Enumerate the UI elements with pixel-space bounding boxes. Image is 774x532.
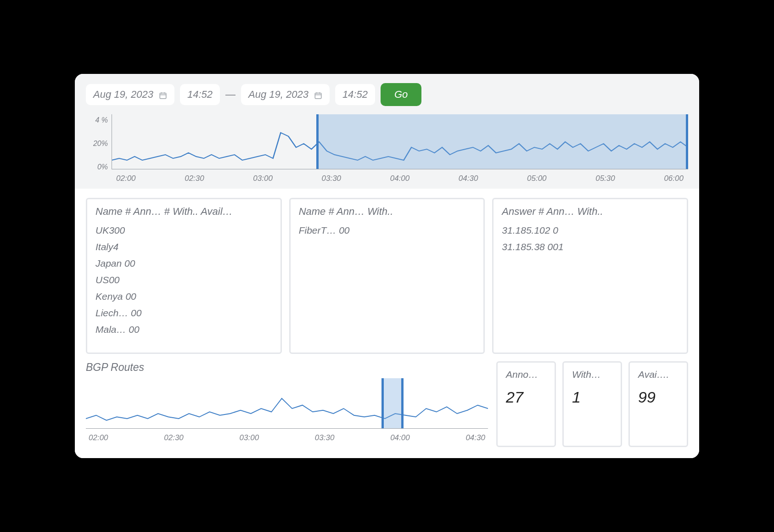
panel-header: Answer # Ann… With.. xyxy=(502,206,679,218)
y-axis xyxy=(112,114,112,169)
data-panel: Name # Ann… With..FiberT… 00 xyxy=(289,198,485,354)
chart-x-labels: 02:0002:3003:0003:3004:0004:30 xyxy=(86,433,488,442)
start-date-value: Aug 19, 2023 xyxy=(93,89,153,101)
stat-value: 1 xyxy=(572,388,612,406)
svg-rect-0 xyxy=(160,93,166,99)
x-tick: 03:00 xyxy=(240,433,259,442)
x-tick: 05:30 xyxy=(595,174,615,183)
stat-label: With… xyxy=(572,369,612,380)
table-row[interactable]: Italy4 xyxy=(95,241,272,252)
chart-x-labels: 02:0002:3003:0003:3004:0004:3005:0005:30… xyxy=(112,174,688,183)
start-time-value: 14:52 xyxy=(187,89,213,101)
stat-cards: Anno…27With…1Avai….99 xyxy=(496,361,688,447)
y-tick: 4 % xyxy=(95,116,108,124)
x-tick: 03:30 xyxy=(315,433,335,442)
top-area: Aug 19, 2023 14:52 — Aug 19, 2023 14:52 … xyxy=(75,74,699,189)
start-time-input[interactable]: 14:52 xyxy=(180,84,220,105)
panel-header: Name # Ann… With.. xyxy=(299,206,476,218)
time-selection[interactable] xyxy=(316,114,688,169)
stat-value: 99 xyxy=(638,388,679,406)
stat-card: Avai….99 xyxy=(628,361,688,447)
x-tick: 02:00 xyxy=(116,174,136,183)
x-tick: 02:00 xyxy=(89,433,108,442)
x-tick: 04:00 xyxy=(390,174,410,183)
x-axis xyxy=(86,428,488,429)
time-selection[interactable] xyxy=(381,378,404,429)
x-tick: 04:30 xyxy=(466,433,485,442)
bgp-title: BGP Routes xyxy=(86,361,488,374)
stat-label: Avai…. xyxy=(638,369,679,380)
end-date-value: Aug 19, 2023 xyxy=(248,89,308,101)
table-row[interactable]: FiberT… 00 xyxy=(299,225,476,236)
end-time-value: 14:52 xyxy=(342,89,368,101)
bgp-routes-section: BGP Routes 02:0002:3003:0003:3004:0004:3… xyxy=(86,361,488,447)
chart-line xyxy=(86,378,488,429)
x-tick: 05:00 xyxy=(527,174,547,183)
end-time-input[interactable]: 14:52 xyxy=(335,84,375,105)
data-panel: Name # Ann… # With.. Avail…UK300Italy4Ja… xyxy=(86,198,282,354)
overview-chart[interactable]: 4 % 20% 0% 02:0002:3003:0003:3004:0004:3… xyxy=(86,114,688,183)
table-row[interactable]: 31.185.102 0 xyxy=(502,225,679,236)
stat-card: With…1 xyxy=(562,361,622,447)
table-row[interactable]: Liech… 00 xyxy=(95,308,272,319)
table-row[interactable]: 31.185.38 001 xyxy=(502,241,679,252)
table-row[interactable]: Kenya 00 xyxy=(95,291,272,302)
x-tick: 03:00 xyxy=(253,174,273,183)
panel-header: Name # Ann… # With.. Avail… xyxy=(95,206,272,218)
y-tick: 20% xyxy=(93,140,108,148)
table-row[interactable]: Mala… 00 xyxy=(95,324,272,335)
bgp-chart[interactable]: 02:0002:3003:0003:3004:0004:30 xyxy=(86,378,488,447)
stat-card: Anno…27 xyxy=(496,361,556,447)
table-row[interactable]: Japan 00 xyxy=(95,258,272,269)
y-tick: 0% xyxy=(97,163,108,171)
stat-label: Anno… xyxy=(506,369,546,380)
main-content: Name # Ann… # With.. Avail…UK300Italy4Ja… xyxy=(75,189,699,458)
x-axis xyxy=(112,169,688,169)
end-date-picker[interactable]: Aug 19, 2023 xyxy=(241,84,330,105)
bottom-row: BGP Routes 02:0002:3003:0003:3004:0004:3… xyxy=(86,361,688,447)
table-row[interactable]: UK300 xyxy=(95,225,272,236)
calendar-icon xyxy=(314,90,322,99)
svg-rect-4 xyxy=(315,93,321,99)
x-tick: 04:30 xyxy=(459,174,478,183)
x-tick: 02:30 xyxy=(164,433,184,442)
calendar-icon xyxy=(159,90,167,99)
stat-value: 27 xyxy=(506,388,546,406)
chart-y-labels: 4 % 20% 0% xyxy=(86,114,112,183)
range-separator: — xyxy=(225,89,236,101)
app-window: Aug 19, 2023 14:52 — Aug 19, 2023 14:52 … xyxy=(75,74,699,458)
x-tick: 06:00 xyxy=(664,174,684,183)
data-panels: Name # Ann… # With.. Avail…UK300Italy4Ja… xyxy=(86,198,688,354)
x-tick: 03:30 xyxy=(322,174,342,183)
x-tick: 04:00 xyxy=(390,433,410,442)
data-panel: Answer # Ann… With..31.185.102 031.185.3… xyxy=(492,198,688,354)
x-tick: 02:30 xyxy=(185,174,204,183)
table-row[interactable]: US00 xyxy=(95,274,272,286)
start-date-picker[interactable]: Aug 19, 2023 xyxy=(86,84,174,105)
date-range-row: Aug 19, 2023 14:52 — Aug 19, 2023 14:52 … xyxy=(86,83,688,106)
go-button[interactable]: Go xyxy=(381,83,421,106)
